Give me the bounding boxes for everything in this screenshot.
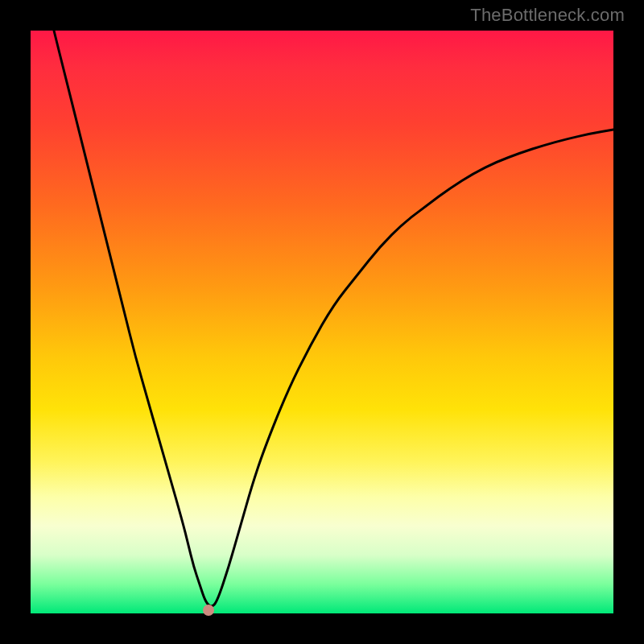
minimum-marker — [203, 605, 214, 616]
plot-area — [31, 31, 613, 613]
chart-frame: TheBottleneck.com — [0, 0, 644, 644]
watermark-text: TheBottleneck.com — [470, 5, 625, 26]
bottleneck-curve — [31, 31, 613, 613]
